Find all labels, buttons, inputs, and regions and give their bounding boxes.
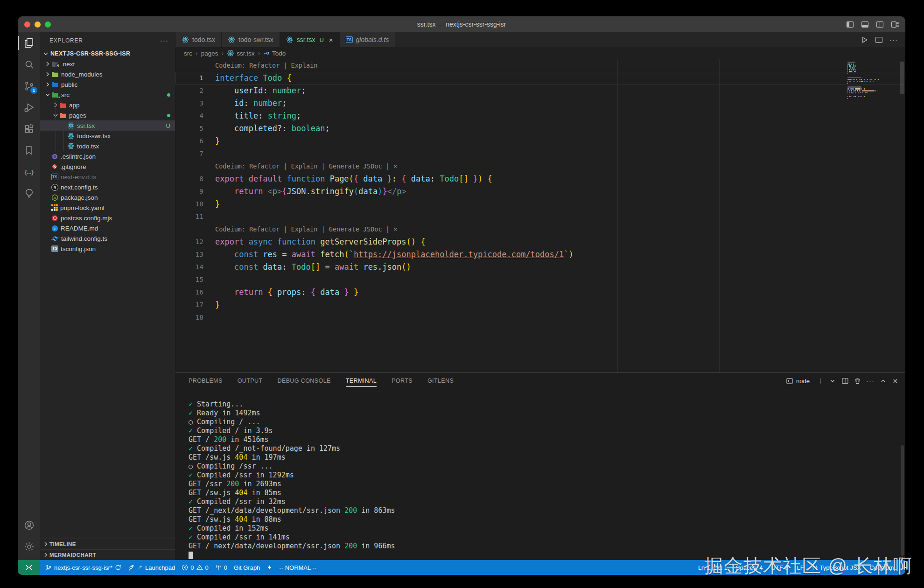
- sidebar-explorer: EXPLORER ··· NEXTJS-CSR-SSR-SSG-ISRN.nex…: [40, 32, 175, 560]
- zoom-button[interactable]: [45, 21, 51, 28]
- terminal-line: GET /sw.js 404 in 88ms: [189, 515, 905, 524]
- status-launchpad[interactable]: Launchpad: [125, 560, 178, 575]
- code-line-1: 1interface Todo {: [175, 72, 905, 84]
- minimap[interactable]: [847, 62, 881, 102]
- git-icon: [51, 163, 58, 170]
- postcss-icon: [51, 215, 58, 222]
- section-timeline[interactable]: TIMELINE: [40, 539, 175, 549]
- file-tree: NEXTJS-CSR-SSR-SSG-ISRN.nextnode_modules…: [40, 49, 175, 539]
- panel-tab-ports[interactable]: PORTS: [392, 373, 413, 389]
- tab-todo-swr.tsx[interactable]: todo-swr.tsx: [222, 32, 280, 47]
- terminal-line: ✓ Compiled / in 3.9s: [189, 427, 905, 435]
- activity-item-extensions[interactable]: [18, 118, 40, 140]
- editor[interactable]: Codeium: Refactor | Explain1interface To…: [175, 59, 905, 372]
- panel-tab-problems[interactable]: PROBLEMS: [189, 373, 223, 389]
- tab-ssr.tsx[interactable]: ssr.tsxU×: [280, 32, 340, 47]
- breadcrumb-item-src[interactable]: src: [184, 50, 192, 57]
- status-thunder-client[interactable]: [263, 560, 276, 575]
- code-line-2: 2 userId: number;: [175, 84, 905, 97]
- chevron-down-icon[interactable]: [829, 377, 836, 385]
- status-problems[interactable]: 00: [178, 560, 211, 575]
- panel-tab-output[interactable]: OUTPUT: [238, 373, 263, 389]
- tree-root[interactable]: NEXTJS-CSR-SSR-SSG-ISR: [40, 49, 175, 59]
- terminal-instance[interactable]: node: [786, 378, 810, 385]
- codelens[interactable]: Codeium: Refactor | Explain | Generate J…: [175, 160, 905, 173]
- tree-item-pnpm-lock.yaml[interactable]: pnpm-lock.yaml: [40, 203, 175, 213]
- terminal[interactable]: ✓ Starting...✓ Ready in 1492ms○ Compilin…: [175, 389, 905, 560]
- tree-item-todo.tsx[interactable]: todo.tsx: [40, 141, 175, 151]
- activity-item-snippets[interactable]: {...}: [18, 161, 40, 182]
- terminal-line: GET /ssr 200 in 2693ms: [189, 480, 905, 489]
- tree-item-README.md[interactable]: iREADME.md: [40, 223, 175, 233]
- split-editor-icon[interactable]: [876, 21, 884, 28]
- editor-scrollbar[interactable]: [900, 62, 904, 94]
- toggle-sidebar-icon[interactable]: [846, 21, 854, 28]
- trash-icon[interactable]: [854, 377, 861, 385]
- breadcrumb-item-pages[interactable]: pages: [201, 50, 218, 57]
- tree-item-node_modules[interactable]: node_modules: [40, 69, 175, 79]
- panel-tab-debug-console[interactable]: DEBUG CONSOLE: [277, 373, 330, 389]
- breadcrumb-item-ssr.tsx[interactable]: ssr.tsx: [227, 49, 254, 57]
- folder-next-icon: N: [51, 61, 59, 67]
- tree-item-tsconfig.json[interactable]: TStsconfig.json: [40, 244, 175, 254]
- activity-item-search[interactable]: [18, 54, 40, 75]
- explorer-header: EXPLORER ···: [40, 32, 175, 49]
- explorer-more-actions[interactable]: ···: [160, 36, 168, 44]
- tree-item-src[interactable]: ‹›src: [40, 90, 175, 100]
- split-panel-icon[interactable]: [841, 377, 849, 385]
- line-number: 15: [175, 273, 203, 286]
- react-icon: [67, 122, 75, 129]
- more-icon[interactable]: ···: [889, 36, 898, 44]
- activity-item-account[interactable]: [18, 514, 40, 536]
- status-branch[interactable]: nextjs-csr-ssr-ssg-isr*: [42, 560, 125, 575]
- section-mermaidchart[interactable]: MERMAIDCHART: [40, 549, 175, 560]
- activity-item-run-debug[interactable]: [18, 97, 40, 118]
- tab-todo.tsx[interactable]: todo.tsx: [175, 32, 222, 47]
- tree-item-pages[interactable]: pages: [40, 110, 175, 120]
- codelens[interactable]: Codeium: Refactor | Explain: [175, 59, 905, 72]
- tree-item-postcss.config.mjs[interactable]: postcss.config.mjs: [40, 213, 175, 223]
- tree-item-next-env.d.ts[interactable]: TSnext-env.d.ts: [40, 172, 175, 182]
- breadcrumb-item-Todo[interactable]: Todo: [263, 50, 286, 57]
- tree-item-.eslintrc.json[interactable]: .eslintrc.json: [40, 151, 175, 161]
- panel-tab-terminal[interactable]: TERMINAL: [346, 373, 377, 389]
- split-editor-icon[interactable]: [875, 36, 883, 44]
- status-git-graph[interactable]: Git Graph: [231, 560, 263, 575]
- tree-item-ssr.tsx[interactable]: ssr.tsxU: [40, 120, 175, 131]
- tab-globals.d.ts[interactable]: TSglobals.d.ts: [340, 32, 396, 47]
- tree-item-next.config.ts[interactable]: Nnext.config.ts: [40, 182, 175, 192]
- react-icon: [67, 142, 75, 150]
- close-tab-icon[interactable]: ×: [329, 36, 333, 44]
- status-feedback[interactable]: 0: [212, 560, 231, 575]
- activity-item-bookmarks[interactable]: [18, 140, 40, 161]
- tree-item-todo-swr.tsx[interactable]: todo-swr.tsx: [40, 131, 175, 141]
- activity-item-todo-tree[interactable]: [18, 182, 40, 204]
- tree-item-public[interactable]: public: [40, 79, 175, 90]
- more-icon[interactable]: ···: [866, 377, 875, 385]
- panel-tab-gitlens[interactable]: GITLENS: [427, 373, 454, 389]
- codelens[interactable]: Codeium: Refactor | Explain | Generate J…: [175, 223, 905, 236]
- terminal-line: ○ Compiling /ssr ...: [189, 462, 905, 471]
- activity-item-source-control[interactable]: 1: [18, 75, 40, 97]
- run-icon[interactable]: [861, 36, 868, 44]
- tree-item-.next[interactable]: N.next: [40, 59, 175, 69]
- activity-item-explorer[interactable]: [18, 32, 40, 54]
- tree-item-tailwind.config.ts[interactable]: tailwind.config.ts: [40, 233, 175, 244]
- terminal-scrollbar[interactable]: [901, 445, 904, 556]
- line-number: 16: [175, 286, 203, 299]
- tree-item-.gitignore[interactable]: .gitignore: [40, 161, 175, 172]
- chevron-up-icon[interactable]: [880, 378, 887, 385]
- line-number: 12: [175, 236, 203, 248]
- tree-item-app[interactable]: app: [40, 100, 175, 110]
- toggle-panel-icon[interactable]: [861, 21, 869, 28]
- close-button[interactable]: [24, 21, 30, 28]
- minimize-button[interactable]: [35, 21, 41, 28]
- status-vim-mode[interactable]: -- NORMAL --: [276, 560, 320, 575]
- error-icon: [182, 564, 188, 571]
- status-remote[interactable]: [18, 560, 40, 575]
- tree-item-package.json[interactable]: JSpackage.json: [40, 192, 175, 203]
- activity-item-settings[interactable]: [18, 536, 40, 557]
- close-icon[interactable]: [892, 378, 899, 385]
- add-icon[interactable]: [817, 378, 824, 385]
- customize-layout-icon[interactable]: [891, 21, 899, 28]
